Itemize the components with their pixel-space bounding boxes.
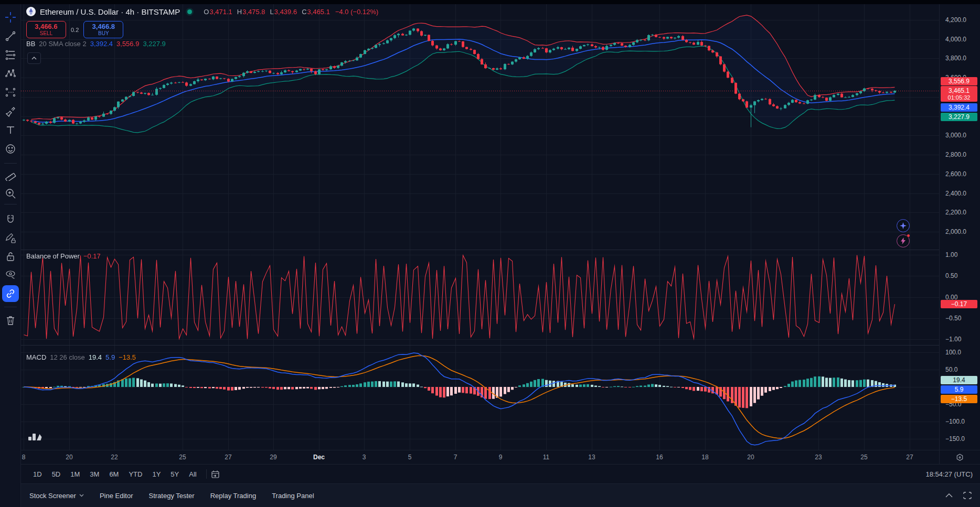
timeframe-button-all[interactable]: All: [184, 469, 201, 480]
time-axis-row: 82022252729Dec35791113161820232527: [21, 450, 980, 464]
top-strip: [0, 0, 980, 4]
macd-canvas[interactable]: [21, 346, 939, 450]
sell-button[interactable]: 3,466.6 SELL: [26, 21, 66, 38]
symbol-title[interactable]: Ethereum / U.S. Dollar · 4h · BITSTAMP: [40, 7, 180, 16]
trend-line-tool-button[interactable]: [2, 28, 19, 45]
timeframe-button-ytd[interactable]: YTD: [124, 469, 147, 480]
drawing-mode-lock-button[interactable]: [2, 230, 19, 246]
price-axis-tick: 4,000.0: [945, 36, 966, 43]
charts-area: Ethereum / U.S. Dollar · 4h · BITSTAMP O…: [21, 4, 980, 450]
status-item-label: Strategy Tester: [148, 492, 194, 500]
panel-separator[interactable]: [21, 345, 939, 346]
lock-all-drawings-button[interactable]: [2, 248, 19, 265]
bb-legend[interactable]: BB 20 SMA close 2 3,392.4 3,556.9 3,227.…: [26, 40, 166, 48]
change-value: −4.0 (−0.12%): [335, 8, 378, 16]
time-axis-tick: 22: [111, 454, 118, 461]
xabcd-pattern-icon: [5, 68, 16, 79]
xabcd-pattern-tool-button[interactable]: [2, 65, 19, 82]
axis-settings-corner[interactable]: [939, 450, 980, 464]
text-tool-button[interactable]: [2, 122, 19, 138]
emoji-tool-button[interactable]: [2, 141, 19, 157]
price-axis-tick: 1.00: [945, 251, 957, 258]
drawing-toolbar: [0, 4, 21, 507]
go-to-date-button[interactable]: [211, 470, 220, 479]
macd-legend[interactable]: MACD 12 26 close 19.4 5.9 −13.5: [26, 353, 136, 361]
zoom-in-tool-button[interactable]: [2, 185, 19, 202]
time-axis-tick: 7: [454, 454, 457, 461]
measure-tool-button[interactable]: [2, 167, 19, 184]
panel-separator[interactable]: [21, 250, 939, 250]
tradingview-watermark[interactable]: [28, 432, 42, 441]
axis-label-bop-value: −0.17: [941, 300, 977, 308]
time-axis-tick: 5: [408, 454, 412, 461]
status-item-trading-panel[interactable]: Trading Panel: [272, 492, 314, 500]
time-axis-tick: 20: [66, 454, 72, 461]
bb-upper-value: 3,556.9: [116, 40, 139, 48]
magnet-icon: [5, 214, 16, 225]
crosshair-icon: [5, 12, 16, 23]
lightning-icon: [901, 238, 906, 244]
status-item-stock-screener[interactable]: Stock Screener: [29, 492, 84, 500]
time-axis[interactable]: 82022252729Dec35791113161820232527: [21, 450, 939, 464]
ai-sparkle-button[interactable]: [897, 219, 910, 232]
magnet-mode-button[interactable]: [2, 211, 19, 228]
forecast-tool-button[interactable]: [2, 84, 19, 101]
chevron-up-icon: [945, 493, 953, 498]
market-status-dot[interactable]: [187, 9, 192, 14]
buy-button[interactable]: 3,466.8 BUY: [83, 21, 123, 38]
bar-countdown: 01:05:32: [941, 94, 977, 101]
fib-retracement-icon: [5, 49, 16, 61]
chart-plot-area: Ethereum / U.S. Dollar · 4h · BITSTAMP O…: [21, 4, 939, 450]
time-axis-tick: 9: [499, 454, 503, 461]
status-item-pine-editor[interactable]: Pine Editor: [100, 492, 133, 500]
collapse-legend-button[interactable]: [27, 52, 41, 64]
open-label: O: [204, 8, 209, 16]
time-axis-tick: 3: [363, 454, 366, 461]
crosshair-tool-button[interactable]: [2, 9, 19, 26]
timeframe-button-5y[interactable]: 5Y: [166, 469, 184, 480]
toolbar-divider: [4, 307, 17, 307]
collapse-panel-button[interactable]: [945, 493, 953, 498]
price-axis-tick: −1.00: [945, 336, 961, 343]
notification-dot: [907, 234, 910, 238]
timeframe-button-1d[interactable]: 1D: [28, 469, 47, 480]
macd-signal-value: −13.5: [119, 353, 136, 361]
status-item-label: Stock Screener: [29, 492, 76, 500]
sell-label: SELL: [40, 30, 52, 36]
fib-retracement-tool-button[interactable]: [2, 47, 19, 63]
hide-all-drawings-button[interactable]: [2, 266, 19, 283]
axis-label-bb-upper: 3,556.9: [941, 77, 977, 85]
timeframe-button-6m[interactable]: 6M: [104, 469, 123, 480]
timeframe-button-3m[interactable]: 3M: [85, 469, 104, 480]
time-axis-tick: 18: [701, 454, 708, 461]
time-axis-tick: 29: [270, 454, 276, 461]
status-item-replay-trading[interactable]: Replay Trading: [210, 492, 256, 500]
status-bar-items: Stock ScreenerPine EditorStrategy Tester…: [29, 492, 330, 500]
timeframe-button-5d[interactable]: 5D: [47, 469, 66, 480]
timeframe-button-1m[interactable]: 1M: [66, 469, 84, 480]
session-clock[interactable]: 18:54:27 (UTC): [925, 470, 973, 478]
price-axis-tick: 2,200.0: [945, 209, 966, 216]
sync-drawings-button[interactable]: [2, 285, 19, 302]
buy-price: 3,466.8: [92, 23, 115, 30]
bop-legend[interactable]: Balance of Power −0.17: [26, 252, 101, 260]
fullscreen-button[interactable]: [963, 492, 972, 499]
status-item-strategy-tester[interactable]: Strategy Tester: [148, 492, 194, 500]
ohlc-values: O3,471.1 H3,475.8 L3,439.6 C3,465.1 −4.0…: [204, 8, 378, 16]
timeframe-button-1y[interactable]: 1Y: [147, 469, 165, 480]
status-item-label: Trading Panel: [272, 492, 314, 500]
symbol-legend[interactable]: Ethereum / U.S. Dollar · 4h · BITSTAMP O…: [26, 7, 378, 16]
text-icon: [5, 124, 16, 136]
spread-value: 0.2: [71, 27, 79, 33]
bop-value: −0.17: [83, 252, 101, 260]
remove-objects-button[interactable]: [2, 312, 19, 329]
price-axis[interactable]: 3,556.9 3,465.1 01:05:32 3,392.4 3,227.9…: [939, 4, 980, 450]
lock-icon: [5, 251, 16, 262]
toolbar-divider: [4, 163, 17, 164]
brush-tool-button[interactable]: [2, 103, 19, 120]
quick-action-bolt-button[interactable]: [897, 234, 910, 247]
sparkle-icon: [900, 222, 907, 229]
balance-of-power-canvas[interactable]: [21, 250, 939, 345]
timeframe-bar: 1D5D1M3M6MYTD1Y5YAll 18:54:27 (UTC): [21, 464, 980, 483]
settings-hexagon-icon: [956, 454, 964, 461]
